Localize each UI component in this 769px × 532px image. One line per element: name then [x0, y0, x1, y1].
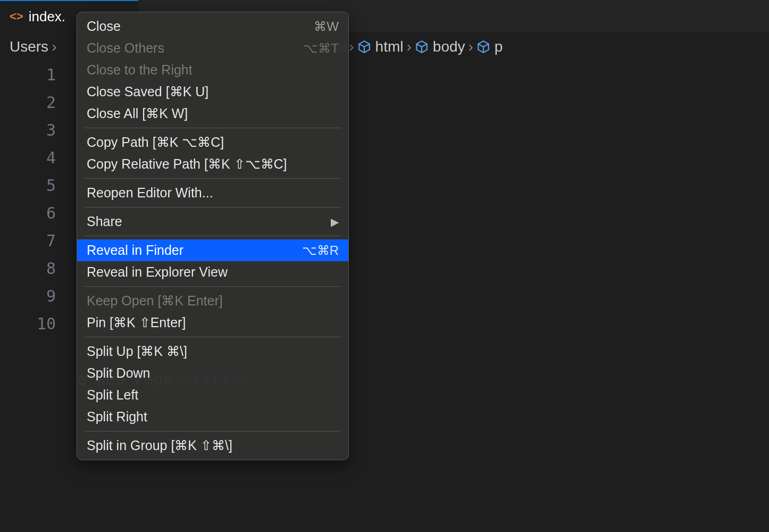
menu-label: Keep Open [⌘K Enter] [87, 293, 223, 309]
menu-close-right: Close to the Right [77, 59, 348, 81]
menu-label: Close Others [87, 40, 164, 56]
menu-separator [85, 431, 341, 431]
menu-separator [85, 128, 341, 128]
menu-label: Close to the Right [87, 62, 193, 78]
menu-label: Split Left [87, 387, 138, 403]
breadcrumb-segment[interactable]: body [433, 38, 465, 55]
breadcrumb-separator: › [406, 38, 411, 55]
menu-label: Close All [⌘K W] [87, 106, 188, 121]
menu-separator [85, 337, 341, 337]
menu-shortcut: ⌘W [314, 19, 339, 34]
menu-separator [85, 236, 341, 236]
menu-shortcut: ⌥⌘T [303, 41, 339, 56]
breadcrumb-separator: › [469, 38, 473, 55]
menu-label: Reveal in Finder [87, 243, 183, 258]
menu-close[interactable]: Close ⌘W [77, 15, 348, 37]
breadcrumb-segment[interactable]: Users [10, 38, 48, 55]
line-number: 1 [0, 61, 56, 89]
menu-label: Share [87, 214, 122, 229]
menu-close-all[interactable]: Close All [⌘K W] [77, 103, 348, 124]
menu-split-right[interactable]: Split Right [77, 406, 348, 428]
breadcrumb-segment[interactable]: p [495, 38, 503, 55]
menu-separator [85, 207, 341, 207]
line-number-gutter: 1 2 3 4 5 6 7 8 9 10 [0, 61, 77, 532]
breadcrumb-segment[interactable]: html [375, 38, 404, 55]
menu-label: Copy Path [⌘K ⌥⌘C] [87, 135, 224, 150]
menu-separator [85, 286, 341, 287]
menu-label: Reopen Editor With... [87, 185, 213, 201]
menu-label: Split Up [⌘K ⌘\] [87, 344, 187, 359]
symbol-icon [415, 40, 429, 54]
menu-reopen-with[interactable]: Reopen Editor With... [77, 182, 348, 204]
symbol-icon [477, 40, 490, 54]
line-number: 7 [0, 227, 56, 255]
menu-split-up[interactable]: Split Up [⌘K ⌘\] [77, 340, 348, 362]
line-number: 8 [0, 255, 56, 282]
menu-copy-relative-path[interactable]: Copy Relative Path [⌘K ⇧⌥⌘C] [77, 153, 348, 175]
menu-label: Split in Group [⌘K ⇧⌘\] [87, 438, 232, 453]
menu-reveal-in-explorer[interactable]: Reveal in Explorer View [77, 261, 348, 283]
menu-split-down[interactable]: Split Down [77, 362, 348, 384]
menu-label: Split Down [87, 365, 151, 381]
menu-split-left[interactable]: Split Left [77, 384, 348, 406]
menu-label: Reveal in Explorer View [87, 264, 228, 280]
menu-pin[interactable]: Pin [⌘K ⇧Enter] [77, 312, 348, 334]
chevron-right-icon: ▶ [331, 215, 339, 228]
menu-label: Close [87, 19, 121, 34]
tab-context-menu: Close ⌘W Close Others ⌥⌘T Close to the R… [77, 12, 349, 460]
menu-close-saved[interactable]: Close Saved [⌘K U] [77, 81, 348, 103]
menu-label: Split Right [87, 409, 147, 425]
menu-share[interactable]: Share ▶ [77, 211, 348, 232]
menu-split-in-group[interactable]: Split in Group [⌘K ⇧⌘\] [77, 435, 348, 456]
menu-shortcut: ⌥⌘R [302, 243, 339, 258]
menu-separator [85, 178, 341, 179]
line-number: 4 [0, 144, 56, 172]
line-number: 10 [0, 310, 56, 338]
symbol-icon [357, 40, 371, 54]
line-number: 6 [0, 200, 56, 227]
menu-keep-open: Keep Open [⌘K Enter] [77, 290, 348, 312]
menu-label: Close Saved [⌘K U] [87, 84, 208, 99]
menu-reveal-in-finder[interactable]: Reveal in Finder ⌥⌘R [77, 239, 348, 261]
breadcrumb-separator: › [349, 38, 354, 55]
menu-close-others: Close Others ⌥⌘T [77, 37, 348, 59]
line-number: 3 [0, 117, 56, 144]
menu-copy-path[interactable]: Copy Path [⌘K ⌥⌘C] [77, 131, 348, 153]
line-number: 2 [0, 89, 56, 117]
tab-filename: index. [29, 9, 65, 25]
html-file-icon: <> [10, 10, 23, 23]
line-number: 9 [0, 282, 56, 310]
breadcrumb-separator: › [52, 38, 56, 55]
menu-label: Pin [⌘K ⇧Enter] [87, 315, 186, 330]
line-number: 5 [0, 172, 56, 200]
menu-label: Copy Relative Path [⌘K ⇧⌥⌘C] [87, 156, 287, 172]
